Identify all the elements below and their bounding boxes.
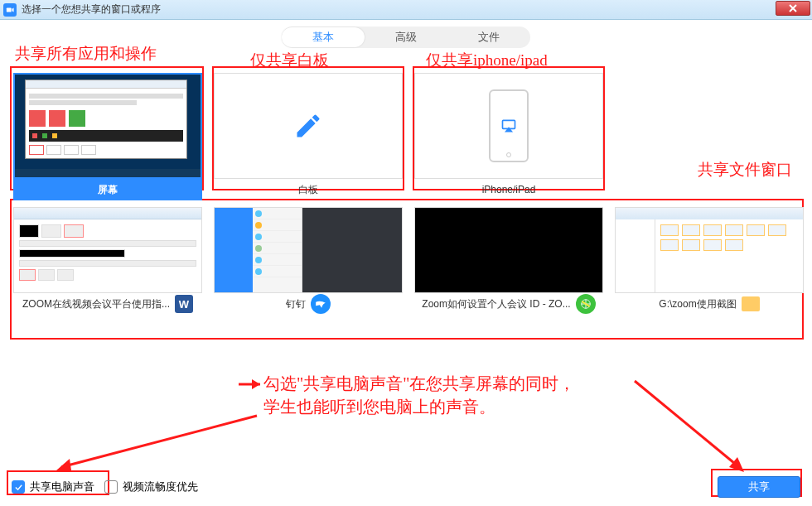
svg-line-5 bbox=[635, 381, 739, 467]
share-button-label: 共享 bbox=[748, 479, 770, 494]
annotation-all-apps: 共享所有应用和操作 bbox=[15, 43, 157, 65]
fluency-label: 视频流畅度优先 bbox=[123, 479, 198, 494]
share-option-word-doc[interactable]: ZOOM在线视频会议平台使用指... W bbox=[13, 207, 202, 315]
share-option-iphone[interactable]: iPhone/iPad bbox=[414, 73, 603, 200]
card-label-folder: G:\zoom使用截图 bbox=[659, 297, 736, 311]
share-audio-label: 共享电脑声音 bbox=[30, 479, 94, 494]
folder-icon bbox=[742, 296, 760, 311]
arrow-to-audio-icon bbox=[50, 412, 265, 475]
share-option-dingding[interactable]: 钉钉 bbox=[214, 207, 403, 315]
share-option-folder[interactable]: G:\zoom使用截图 bbox=[615, 207, 804, 315]
bottom-bar: 共享电脑声音 视频流畅度优先 共享 bbox=[12, 476, 800, 498]
dingding-icon bbox=[311, 294, 331, 314]
share-option-browser[interactable]: Zoom如何设置个人会议 ID - ZO... bbox=[414, 207, 603, 315]
checkbox-icon-checked bbox=[12, 480, 25, 494]
checkbox-share-audio[interactable]: 共享电脑声音 bbox=[12, 479, 94, 494]
checkbox-icon-unchecked bbox=[104, 480, 118, 494]
share-option-whiteboard[interactable]: 白板 bbox=[214, 73, 403, 200]
checkbox-fluency[interactable]: 视频流畅度优先 bbox=[104, 479, 198, 494]
card-label-whiteboard: 白板 bbox=[298, 183, 318, 197]
svg-line-3 bbox=[61, 416, 257, 467]
card-label-doc: ZOOM在线视频会议平台使用指... bbox=[22, 297, 170, 311]
tab-advanced[interactable]: 高级 bbox=[365, 27, 447, 47]
window-title: 选择一个您想共享的窗口或程序 bbox=[22, 2, 161, 17]
zoom-app-icon bbox=[3, 3, 17, 17]
tab-basic[interactable]: 基本 bbox=[282, 27, 365, 47]
browser-360-icon bbox=[576, 294, 596, 314]
share-button[interactable]: 共享 bbox=[718, 476, 800, 498]
tab-file[interactable]: 文件 bbox=[447, 27, 530, 47]
svg-rect-0 bbox=[7, 7, 12, 12]
card-label-browser: Zoom如何设置个人会议 ID - ZO... bbox=[422, 297, 570, 311]
airplay-icon bbox=[500, 118, 517, 134]
share-option-screen[interactable]: 屏幕 bbox=[13, 73, 202, 200]
card-label-iphone: iPhone/iPad bbox=[482, 184, 536, 195]
arrow-to-share-icon bbox=[630, 376, 754, 479]
annotation-audio-2: 学生也能听到您电脑上的声音。 bbox=[263, 396, 495, 418]
arrow-left-icon bbox=[232, 376, 262, 393]
pencil-icon bbox=[293, 111, 323, 141]
svg-marker-4 bbox=[56, 459, 71, 470]
card-label-dingding: 钉钉 bbox=[286, 297, 306, 311]
phone-icon bbox=[489, 89, 529, 162]
word-icon: W bbox=[175, 295, 193, 313]
close-button[interactable] bbox=[776, 1, 810, 16]
annotation-audio-1: 勾选"共享电脑声音"在您共享屏幕的同时， bbox=[263, 373, 575, 395]
titlebar: 选择一个您想共享的窗口或程序 bbox=[0, 0, 812, 20]
svg-marker-2 bbox=[252, 379, 260, 389]
card-label-screen: 屏幕 bbox=[98, 183, 118, 197]
